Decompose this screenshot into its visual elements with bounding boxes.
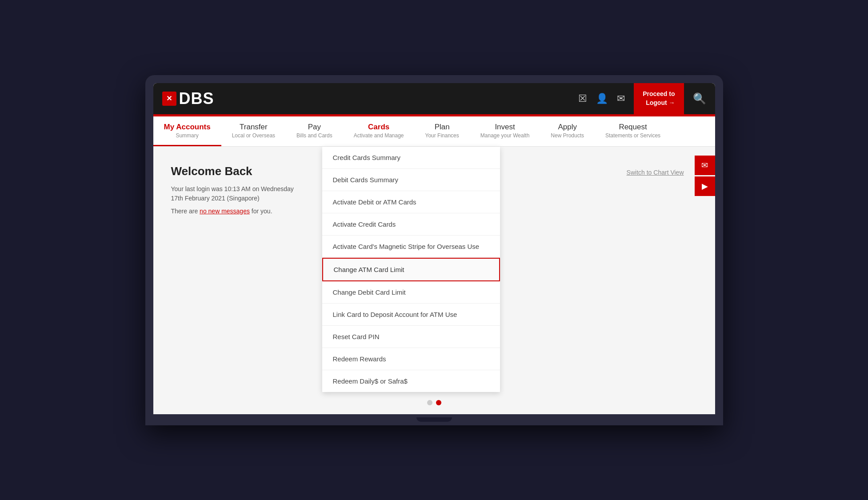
dropdown-item-activate-debit-atm[interactable]: Activate Debit or ATM Cards [322, 191, 500, 213]
pagination-dot-1[interactable] [427, 400, 432, 405]
left-panel: Welcome Back Your last login was 10:13 A… [153, 147, 322, 391]
pagination-dot-2[interactable] [436, 400, 441, 405]
logo-area: ✕ DBS [162, 89, 214, 108]
nav-item-plan[interactable]: Plan Your Finances [415, 116, 470, 146]
nav-label-apply: Apply [551, 123, 584, 132]
nav-sub-invest: Manage your Wealth [480, 132, 530, 139]
proceed-label: Proceed toLogout → [643, 90, 675, 107]
nav-sub-apply: New Products [551, 132, 584, 139]
nav-label-my-accounts: My Accounts [164, 123, 211, 132]
nav-sub-request: Statements or Services [605, 132, 660, 139]
nav-item-transfer[interactable]: Transfer Local or Overseas [221, 116, 286, 146]
dropdown-item-activate-credit-cards[interactable]: Activate Credit Cards [322, 213, 500, 236]
dropdown-item-redeem-daily[interactable]: Redeem Daily$ or Safra$ [322, 370, 500, 392]
nav-sub-transfer: Local or Overseas [232, 132, 275, 139]
mail-icon[interactable]: ✉ [617, 93, 625, 104]
nav-item-request[interactable]: Request Statements or Services [595, 116, 671, 146]
mail-side-button[interactable]: ✉ [695, 156, 715, 175]
login-info: Your last login was 10:13 AM on Wednesda… [171, 184, 304, 203]
mail-side-icon: ✉ [701, 160, 708, 170]
switch-chart-view[interactable]: Switch to Chart View [627, 169, 684, 176]
nav-sub-cards: Activate and Manage [354, 132, 404, 139]
dropdown-item-credit-cards-summary[interactable]: Credit Cards Summary [322, 147, 500, 169]
dropdown-item-change-atm-limit[interactable]: Change ATM Card Limit [322, 258, 500, 281]
nav-label-request: Request [605, 123, 660, 132]
nav-label-transfer: Transfer [232, 123, 275, 132]
nav-label-pay: Pay [296, 123, 332, 132]
message-prefix: There are [171, 208, 200, 215]
no-new-messages-link[interactable]: no new messages [200, 208, 250, 215]
dropdown-item-redeem-rewards[interactable]: Redeem Rewards [322, 348, 500, 370]
main-navigation: My Accounts Summary Transfer Local or Ov… [153, 116, 715, 147]
nav-item-cards[interactable]: Cards Activate and Manage [343, 116, 415, 146]
search-icon[interactable]: 🔍 [693, 92, 706, 105]
play-side-icon: ▶ [702, 181, 708, 191]
right-buttons: ✉ ▶ [695, 156, 715, 196]
nav-label-plan: Plan [425, 123, 459, 132]
dbs-logo-icon: ✕ [162, 92, 176, 106]
dropdown-item-reset-card-pin[interactable]: Reset Card PIN [322, 326, 500, 348]
nav-item-pay[interactable]: Pay Bills and Cards [286, 116, 343, 146]
profile-icon[interactable]: 👤 [596, 93, 608, 104]
nav-label-cards: Cards [354, 123, 404, 132]
laptop-notch [416, 417, 452, 422]
nav-sub-my-accounts: Summary [164, 132, 211, 139]
content-area: Welcome Back Your last login was 10:13 A… [153, 147, 715, 391]
nav-item-apply[interactable]: Apply New Products [540, 116, 595, 146]
cards-dropdown-menu: Credit Cards Summary Debit Cards Summary… [322, 147, 500, 392]
play-side-button[interactable]: ▶ [695, 176, 715, 196]
dropdown-item-debit-cards-summary[interactable]: Debit Cards Summary [322, 169, 500, 191]
network-icon[interactable]: ☒ [578, 93, 587, 104]
dropdown-item-link-card-deposit[interactable]: Link Card to Deposit Account for ATM Use [322, 304, 500, 326]
welcome-title: Welcome Back [171, 164, 304, 178]
nav-sub-pay: Bills and Cards [296, 132, 332, 139]
proceed-logout-button[interactable]: Proceed toLogout → [634, 83, 684, 114]
pagination-dots [153, 391, 715, 414]
navbar: ✕ DBS ☒ 👤 ✉ Proceed toLogout → 🔍 [153, 83, 715, 114]
nav-icons: ☒ 👤 ✉ Proceed toLogout → 🔍 [578, 83, 706, 114]
nav-label-invest: Invest [480, 123, 530, 132]
dropdown-item-change-debit-limit[interactable]: Change Debit Card Limit [322, 281, 500, 304]
laptop-bottom [153, 414, 715, 425]
nav-item-invest[interactable]: Invest Manage your Wealth [470, 116, 540, 146]
message-suffix: for you. [250, 208, 272, 215]
logo-text: DBS [179, 89, 214, 108]
message-info: There are no new messages for you. [171, 208, 304, 215]
nav-item-my-accounts[interactable]: My Accounts Summary [153, 116, 221, 146]
nav-sub-plan: Your Finances [425, 132, 459, 139]
dropdown-item-activate-magnetic-stripe[interactable]: Activate Card's Magnetic Stripe for Over… [322, 236, 500, 258]
